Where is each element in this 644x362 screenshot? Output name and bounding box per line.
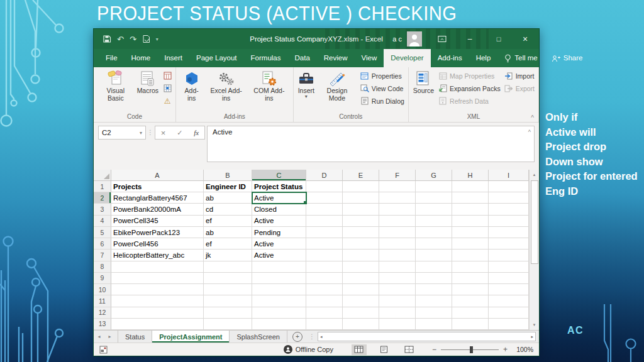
cell-C3[interactable]: Closed	[252, 204, 306, 215]
expansion-packs-button[interactable]: Expansion Packs	[438, 83, 501, 94]
cell-D7[interactable]	[306, 250, 343, 261]
normal-view-button[interactable]	[352, 344, 367, 355]
save-icon[interactable]	[103, 35, 111, 43]
row-header-1[interactable]: 1	[94, 181, 111, 192]
tab-formulas[interactable]: Formulas	[244, 49, 288, 67]
cell-G7[interactable]	[416, 250, 452, 261]
cell-A4[interactable]: PowerCell345	[111, 216, 204, 227]
cell-D9[interactable]	[306, 273, 343, 284]
cell-D10[interactable]	[306, 284, 343, 295]
cell-I11[interactable]	[489, 295, 529, 307]
cell-B9[interactable]	[204, 273, 252, 284]
tab-insert[interactable]: Insert	[157, 49, 189, 67]
relref-button[interactable]	[163, 83, 172, 94]
cell-G9[interactable]	[416, 273, 452, 284]
column-header-D[interactable]: D	[306, 170, 343, 181]
minimize-icon[interactable]	[464, 35, 476, 43]
sheet-tab-splashscreen[interactable]: SplashScreen	[230, 331, 287, 343]
cell-H13[interactable]	[452, 319, 489, 330]
cell-B4[interactable]: ef	[204, 216, 252, 227]
scroll-right-icon[interactable]	[531, 334, 533, 339]
add-ins-button[interactable]: Add-ins	[179, 68, 204, 102]
insert-function-icon[interactable]	[194, 129, 199, 136]
cell-A13[interactable]	[111, 319, 204, 330]
cell-E10[interactable]	[343, 284, 379, 295]
zoom-slider[interactable]	[441, 349, 499, 350]
cell-A6[interactable]: PowerCell456	[111, 238, 204, 250]
cell-F7[interactable]	[379, 250, 416, 261]
cell-H11[interactable]	[452, 295, 489, 307]
properties-button[interactable]: Properties	[360, 70, 404, 81]
sheet-tab-status[interactable]: Status	[118, 331, 152, 343]
cell-F6[interactable]	[379, 238, 416, 250]
cell-I2[interactable]	[489, 192, 529, 204]
cell-C7[interactable]: Active	[252, 250, 306, 261]
cell-G2[interactable]	[416, 192, 452, 204]
row-header-9[interactable]: 9	[94, 273, 111, 284]
cell-B1[interactable]: Engineer ID	[204, 181, 252, 192]
tab-tell-me[interactable]: Tell me	[497, 49, 544, 67]
cell-H7[interactable]	[452, 250, 489, 261]
cell-F8[interactable]	[379, 261, 416, 273]
zoom-in-icon[interactable]	[503, 345, 508, 354]
cell-F9[interactable]	[379, 273, 416, 284]
cell-I12[interactable]	[489, 307, 529, 319]
cell-A3[interactable]: PowerBank20000mA	[111, 204, 204, 215]
cell-G8[interactable]	[416, 261, 452, 273]
cell-H10[interactable]	[452, 284, 489, 295]
cell-H4[interactable]	[452, 216, 489, 227]
collapse-ribbon-icon[interactable]	[531, 114, 534, 121]
cell-G1[interactable]	[416, 181, 452, 192]
cell-C9[interactable]	[252, 273, 306, 284]
row-header-12[interactable]: 12	[94, 307, 111, 319]
cell-D8[interactable]	[306, 261, 343, 273]
cell-D13[interactable]	[306, 319, 343, 330]
cell-F1[interactable]	[379, 181, 416, 192]
cell-E9[interactable]	[343, 273, 379, 284]
cell-G12[interactable]	[416, 307, 452, 319]
cell-I8[interactable]	[489, 261, 529, 273]
cell-A7[interactable]: HelicopterBattery_abc	[111, 250, 204, 261]
cell-I6[interactable]	[489, 238, 529, 250]
zoom-out-icon[interactable]	[432, 345, 436, 354]
cell-A9[interactable]	[111, 273, 204, 284]
cell-C2[interactable]: Active	[252, 192, 306, 204]
row-header-4[interactable]: 4	[94, 216, 111, 227]
formula-input[interactable]: Active	[207, 126, 535, 162]
cell-F12[interactable]	[379, 307, 416, 319]
cell-F2[interactable]	[379, 192, 416, 204]
cell-B3[interactable]: cd	[204, 204, 252, 215]
tab-add-ins[interactable]: Add-ins	[431, 49, 469, 67]
com-add-ins-button[interactable]: COM Add-ins	[248, 68, 291, 102]
cell-G5[interactable]	[416, 227, 452, 238]
name-box-dropdown-icon[interactable]	[140, 130, 142, 136]
cell-B6[interactable]: ef	[204, 238, 252, 250]
cell-D2[interactable]	[306, 192, 343, 204]
cell-I9[interactable]	[489, 273, 529, 284]
zoom-thumb[interactable]	[470, 346, 473, 353]
macro-record-icon[interactable]	[99, 346, 108, 354]
cell-H12[interactable]	[452, 307, 489, 319]
scroll-down-icon[interactable]	[533, 320, 536, 330]
cell-A10[interactable]	[111, 284, 204, 295]
cell-F3[interactable]	[379, 204, 416, 215]
cell-I1[interactable]	[489, 181, 529, 192]
tab-page-layout[interactable]: Page Layout	[189, 49, 244, 67]
cell-C10[interactable]	[252, 284, 306, 295]
cell-A11[interactable]	[111, 295, 204, 307]
column-header-A[interactable]: A	[111, 170, 204, 181]
row-header-10[interactable]: 10	[94, 284, 111, 295]
cell-A2[interactable]: RectanglarBattery4567	[111, 192, 204, 204]
tab-home[interactable]: Home	[125, 49, 158, 67]
cell-B2[interactable]: ab	[204, 192, 252, 204]
redo-icon[interactable]: ↷	[130, 35, 136, 43]
insert-button[interactable]: Insert	[296, 68, 316, 99]
undo-icon[interactable]: ↶	[117, 35, 124, 43]
design-mode-button[interactable]: Design Mode	[316, 68, 358, 102]
sheet-nav-left-icon[interactable]	[94, 331, 104, 343]
import-button[interactable]: Import	[504, 70, 535, 81]
view-code-button[interactable]: View Code	[360, 83, 404, 94]
horizontal-scrollbar[interactable]	[318, 332, 536, 341]
page-break-view-button[interactable]	[402, 344, 417, 355]
cell-C12[interactable]	[252, 307, 306, 319]
